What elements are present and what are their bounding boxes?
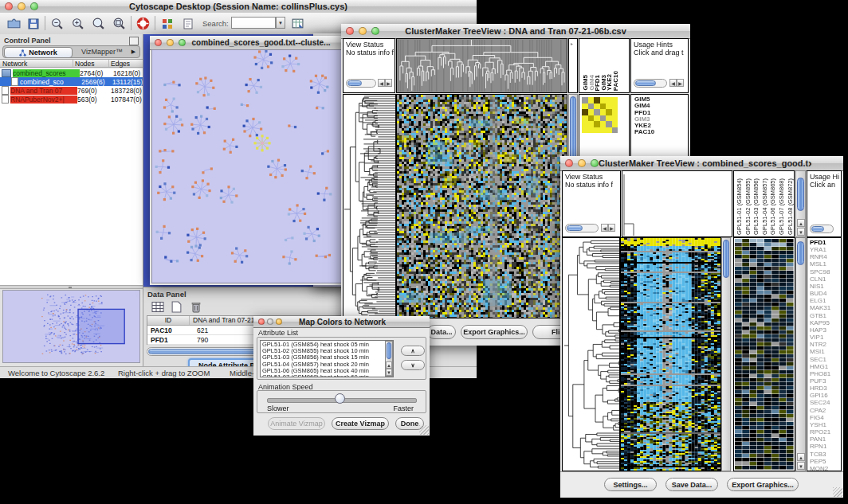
matrix-cell[interactable] [594,97,600,104]
close-button[interactable] [258,318,265,325]
matrix-cell[interactable] [600,97,607,104]
matrix-cell[interactable] [612,104,618,110]
matrix-cell[interactable] [588,115,595,122]
delete-attribute-button[interactable] [188,299,203,315]
matrix-cell[interactable] [612,127,618,134]
open-file-button[interactable] [6,16,22,31]
move-up-button[interactable]: ∧ [401,346,425,356]
annotation-button[interactable] [180,16,195,31]
gene-label[interactable]: TCB3 [810,451,830,458]
zoom-button[interactable] [30,2,38,10]
network-table-header[interactable]: Network Nodes Edges [0,59,143,68]
selected-cluster-matrix[interactable] [582,97,618,133]
zoom-in-button[interactable] [70,16,85,31]
scroll-down-icon[interactable]: ▼ [797,462,805,470]
tv2-heatmap[interactable] [620,237,721,471]
save-data-button[interactable]: Data... [427,325,456,339]
gene-label[interactable]: RPO21 [810,428,830,436]
matrix-cell[interactable] [582,121,588,127]
tab-vizmapper[interactable]: VizMapper™ [73,47,131,57]
gene-label[interactable]: MSL1 [810,260,830,268]
zoom-button[interactable] [276,318,282,325]
matrix-cell[interactable] [582,127,588,134]
overview-canvas[interactable] [3,291,139,362]
matrix-cell[interactable] [594,115,600,122]
matrix-cell[interactable] [594,104,600,110]
gene-label[interactable]: YRA1 [810,246,830,253]
matrix-cell[interactable] [612,109,618,115]
float-panel-icon[interactable] [129,37,139,45]
gene-label[interactable]: HAP3 [810,326,830,334]
matrix-cell[interactable] [600,115,607,122]
speed-slider-thumb[interactable] [335,393,345,404]
matrix-cell[interactable] [600,104,607,110]
save-data-button[interactable]: Save Data... [665,478,718,491]
matrix-cell[interactable] [606,104,612,110]
matrix-cell[interactable] [588,121,595,127]
minimize-button[interactable] [359,27,367,35]
scroll-down-icon[interactable]: ▼ [386,369,392,376]
matrix-cell[interactable] [582,109,588,115]
export-graphics-button[interactable]: Export Graphics... [461,325,528,339]
gene-label[interactable]: PFD1 [810,239,830,246]
tv2-column-dendrogram[interactable] [622,170,732,237]
gene-label[interactable]: BUD4 [810,290,830,297]
export-graphics-button[interactable]: Export Graphics... [727,478,799,491]
search-input[interactable] [231,17,276,29]
gene-label[interactable]: ELG1 [810,297,830,304]
tv2-collabel-vscrollbar[interactable]: ▲ ▼ [795,170,806,237]
gene-label[interactable]: PHO81 [810,370,830,377]
animate-vizmap-button[interactable]: Animate Vizmap [268,417,325,430]
close-button[interactable] [5,2,13,10]
zoom-selected-button[interactable] [112,16,127,31]
gene-label[interactable]: PUF3 [810,377,830,385]
global-heatmap-canvas[interactable] [621,238,720,471]
gene-label[interactable]: GPI16 [810,392,830,399]
tv2-titlebar[interactable]: ClusterMaker TreeView : combined_scores_… [560,156,843,171]
matrix-cell[interactable] [594,109,600,115]
dialog-titlebar[interactable]: Map Colors to Network [253,316,430,328]
matrix-cell[interactable] [606,121,612,127]
close-button[interactable] [346,27,354,35]
gene-label[interactable]: FIG4 [810,414,830,421]
global-heatmap-canvas[interactable] [397,95,567,318]
gene-label[interactable]: MAK31 [810,304,830,311]
network-table-row[interactable]: DNA and Tran 07769(0)183728(0) [0,86,143,95]
tv1-column-dendrogram[interactable] [396,38,567,93]
save-button[interactable] [26,16,41,31]
network-overview[interactable] [2,290,140,363]
zoomed-heatmap-canvas[interactable] [735,239,794,470]
attribute-list[interactable]: GPL51-01 (GSM854) heat shock 05 minGPL51… [260,340,394,377]
matrix-cell[interactable] [600,121,607,127]
matrix-cell[interactable] [582,104,588,110]
scroll-right-icon[interactable]: ▶ [385,79,392,87]
attribute-select-button[interactable] [150,299,165,315]
scroll-down-icon[interactable]: ▼ [797,228,805,236]
network-graph-canvas[interactable] [152,50,342,283]
scroll-left-icon[interactable]: ◀ [378,79,385,87]
column-dendrogram-canvas[interactable] [622,171,732,236]
tv2-gene-vscrollbar[interactable]: ▲ ▼ [795,237,806,471]
matrix-cell[interactable] [594,127,600,134]
row-dendrogram-canvas[interactable] [344,95,395,318]
resize-grip[interactable] [419,425,429,435]
nv1-network-canvas-area[interactable] [151,49,343,283]
gene-label[interactable]: KAP95 [810,319,830,326]
minimize-button[interactable] [267,318,273,325]
gene-label[interactable]: RNR4 [810,253,830,260]
row-dendrogram-canvas[interactable] [563,238,619,471]
vizmapper-button[interactable] [159,16,175,31]
gene-label[interactable]: MSI1 [810,348,830,355]
network-table-row[interactable]: combined_scores2764(0)16218(0) [0,68,143,77]
close-button[interactable] [155,39,162,46]
gene-label[interactable]: HMG1 [810,363,830,370]
matrix-cell[interactable] [606,97,612,104]
tv2-submatrix-panel[interactable] [733,237,795,471]
gene-label[interactable]: CPA2 [810,407,830,414]
scroll-left-icon[interactable]: ◀ [601,224,608,232]
panel-splitter[interactable] [0,285,143,289]
zoom-fit-button[interactable] [91,16,106,31]
matrix-cell[interactable] [594,121,600,127]
zoom-button[interactable] [179,39,186,46]
matrix-cell[interactable] [600,127,607,134]
